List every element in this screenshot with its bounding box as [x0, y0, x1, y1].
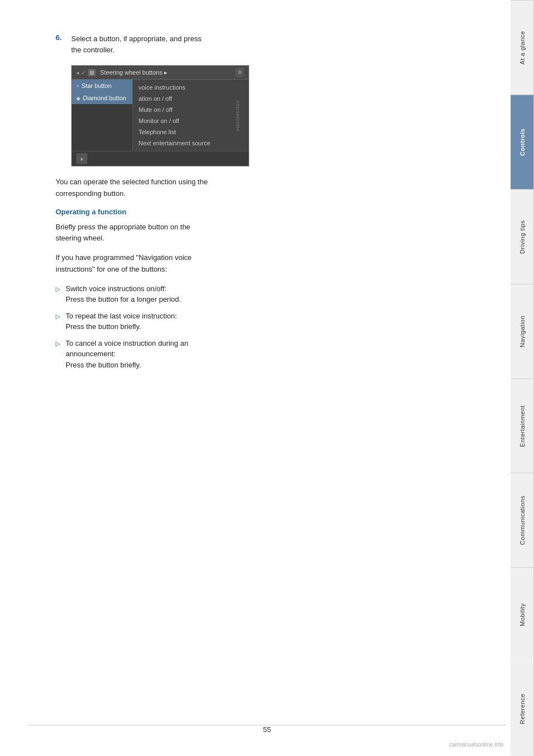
checkmark-icon: ✓: [81, 70, 86, 76]
right-item-0: voice instructions: [133, 82, 249, 93]
mockup-back-icon: ◂: [76, 70, 79, 76]
mockup-title-left: ◂ ✓ ⊞ Steering wheel buttons ▸: [76, 69, 167, 76]
operating-function-para1: Briefly press the appropriate button on …: [56, 222, 456, 245]
page-number: 55: [263, 725, 271, 734]
mockup-left-panel: + Star button ◆ Diamond button: [72, 80, 133, 151]
operating-function-heading: Operating a function: [56, 208, 456, 216]
bullet-item-3: ▷ To cancel a voice instruction during a…: [56, 338, 456, 371]
plus-icon: +: [76, 83, 80, 89]
step-number: 6.: [56, 33, 67, 42]
mockup-titlebar: ◂ ✓ ⊞ Steering wheel buttons ▸ ⚙: [72, 66, 249, 80]
sidebar-tab-navigation[interactable]: Navigation: [511, 284, 534, 379]
bullet-arrow-3: ▷: [56, 339, 60, 348]
after-image-text: You can operate the selected function us…: [56, 176, 456, 200]
bullet-arrow-2: ▷: [56, 312, 60, 321]
watermark: VZ31SA610054: [236, 100, 240, 131]
right-item-1: ation on / off: [133, 93, 249, 104]
sidebar-tab-communications[interactable]: Communications: [511, 473, 534, 567]
sidebar: At a glance Controls Driving tips Naviga…: [511, 0, 534, 756]
diamond-icon: ◆: [76, 95, 81, 101]
bullet-content-3: To cancel a voice instruction during ana…: [66, 338, 456, 371]
sidebar-tab-at-a-glance[interactable]: At a glance: [511, 0, 534, 95]
bottom-icon: ♦: [76, 153, 87, 164]
settings-icon: ⚙: [235, 68, 244, 77]
operating-function-para2: If you have programmed "Navigation voice…: [56, 252, 456, 276]
bullet-content-1: Switch voice instructions on/off: Press …: [66, 283, 456, 305]
bullet-list: ▷ Switch voice instructions on/off: Pres…: [56, 283, 456, 371]
bullet-item-2: ▷ To repeat the last voice instruction: …: [56, 311, 456, 332]
bullet-arrow-1: ▷: [56, 284, 60, 294]
bullet-item-1: ▷ Switch voice instructions on/off: Pres…: [56, 283, 456, 305]
main-content: 6. Select a button, if appropriate, and …: [0, 0, 501, 756]
sidebar-tab-entertainment[interactable]: Entertainment: [511, 379, 534, 473]
right-item-2: Mute on / off: [133, 104, 249, 115]
right-item-5: Next entertainment source: [133, 138, 249, 149]
sidebar-tab-driving-tips[interactable]: Driving tips: [511, 189, 534, 284]
step-text: Select a button, if appropriate, and pre…: [71, 33, 201, 55]
right-item-3: Monitor on / off: [133, 115, 249, 126]
sidebar-tab-controls[interactable]: Controls: [511, 95, 534, 189]
grid-icon: ⊞: [88, 69, 96, 76]
diamond-button-item[interactable]: ◆ Diamond button: [72, 92, 132, 104]
footer-watermark: carmanualsonline.info: [449, 742, 503, 748]
sidebar-tab-mobility[interactable]: Mobility: [511, 567, 534, 662]
ui-mockup: ◂ ✓ ⊞ Steering wheel buttons ▸ ⚙ + Star …: [71, 65, 249, 166]
mockup-bottom-row: ♦: [72, 151, 249, 166]
star-button-item[interactable]: + Star button: [72, 80, 132, 92]
right-item-4: Telephone list: [133, 126, 249, 138]
titlebar-label: Steering wheel buttons ▸: [100, 69, 167, 76]
mockup-body: + Star button ◆ Diamond button voice ins…: [72, 80, 249, 151]
step-6-header: 6. Select a button, if appropriate, and …: [56, 33, 456, 55]
mockup-right-panel: voice instructions ation on / off Mute o…: [133, 80, 249, 151]
bullet-content-2: To repeat the last voice instruction: Pr…: [66, 311, 456, 332]
sidebar-tab-reference[interactable]: Reference: [511, 662, 534, 756]
